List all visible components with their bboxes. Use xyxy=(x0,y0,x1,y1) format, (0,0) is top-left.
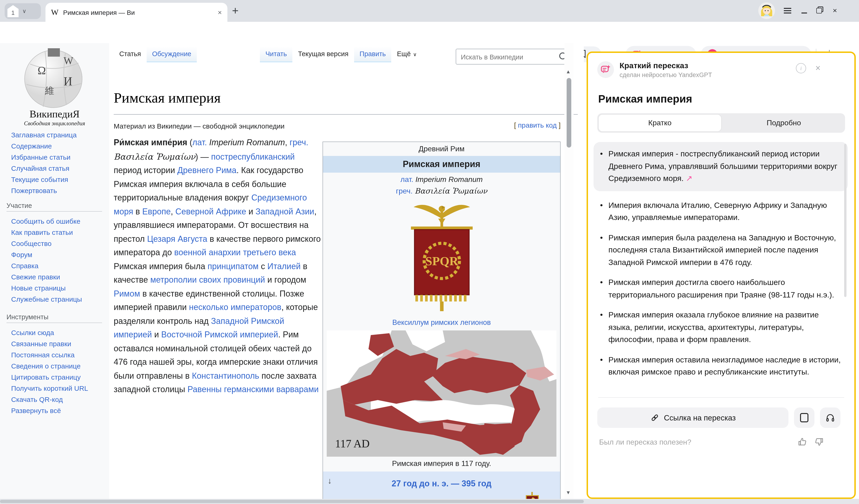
article-link[interactable]: Восточной Римской империей xyxy=(161,330,278,339)
sidebar-nav-tools: Ссылки сюдаСвязанные правкиПостоянная сс… xyxy=(11,327,104,416)
wikipedia-globe-logo[interactable]: Ω W И 維 xyxy=(21,45,86,110)
sidebar-link[interactable]: Заглавная страница xyxy=(11,129,104,141)
sidebar-link[interactable]: Получить короткий URL xyxy=(11,383,102,394)
thumb-up-icon[interactable] xyxy=(798,437,807,446)
sidebar-link[interactable]: Связанные правки xyxy=(11,338,102,349)
sidebar-link[interactable]: Справка xyxy=(11,260,104,272)
sidebar-link[interactable]: Сообщество xyxy=(11,238,104,249)
sidebar-link[interactable]: Текущие события xyxy=(11,174,104,185)
sidebar-link[interactable]: Как править статьи xyxy=(11,227,104,238)
article-link[interactable]: Римом xyxy=(114,289,140,298)
greek-label-link[interactable]: греч. xyxy=(396,187,412,195)
new-tab-button[interactable]: + xyxy=(232,4,239,18)
horizontal-scrollbar-thumb[interactable] xyxy=(0,500,584,503)
wikipedia-favicon: W xyxy=(51,7,59,17)
thumb-down-icon[interactable] xyxy=(814,437,824,446)
sidebar-link[interactable]: Содержание xyxy=(11,141,104,152)
article-link[interactable]: постреспубликанский xyxy=(211,152,295,161)
menu-button[interactable] xyxy=(782,6,793,15)
summary-bullet-highlighted[interactable]: • Римская империя - постреспубликанский … xyxy=(593,142,848,191)
sidebar-link[interactable]: Цитировать страницу xyxy=(11,372,102,383)
article-link[interactable]: Равенны германскими варварами xyxy=(187,385,319,394)
svg-text:Ω: Ω xyxy=(37,64,46,77)
article-link[interactable]: несколько императоров xyxy=(189,303,282,312)
sidebar-link[interactable]: Избранные статьи xyxy=(11,152,104,163)
tab-group-home-icon: 1 xyxy=(7,5,18,17)
map-caption: Римская империя в 117 году. xyxy=(323,457,560,472)
wiki-search-box[interactable] xyxy=(456,49,571,64)
sidebar-link[interactable]: Ссылки сюда xyxy=(11,327,102,338)
source-link-arrow-icon[interactable]: ↗ xyxy=(686,174,693,183)
sidebar-link[interactable]: Развернуть всё xyxy=(11,405,102,416)
tab-close-icon[interactable]: × xyxy=(218,9,222,16)
scrollbar-thumb[interactable] xyxy=(567,78,571,148)
vexillum-image[interactable]: SPQR xyxy=(323,198,560,318)
roman-empire-map[interactable]: 117 AD xyxy=(327,331,556,457)
tab-title: Римская империя — Ви xyxy=(63,9,202,16)
sidebar-link[interactable]: Сведения о странице xyxy=(11,361,102,372)
info-icon[interactable]: i xyxy=(796,63,806,73)
tab-brief[interactable]: Кратко xyxy=(599,114,721,131)
article-link[interactable]: Константинополь xyxy=(192,371,259,380)
summary-sparkle-bubble-icon xyxy=(601,64,611,75)
article-link[interactable]: третьего века xyxy=(243,248,296,257)
summary-link-label: Ссылка на пересказ xyxy=(664,413,736,422)
lead-text-segment: ( xyxy=(187,138,192,147)
empire-dates-link[interactable]: 27 год до н. э. — 395 год xyxy=(323,479,560,489)
tab-group-button[interactable]: 1 ∨ xyxy=(5,3,41,19)
summary-link-button[interactable]: Ссылка на пересказ xyxy=(597,408,788,428)
sidebar-nav-participation: Сообщить об ошибкеКак править статьиСооб… xyxy=(11,216,104,305)
article-link[interactable]: принципатом xyxy=(208,261,258,271)
sidebar-link[interactable]: Форум xyxy=(11,249,104,260)
browser-tab[interactable]: W Римская империя — Ви × xyxy=(45,3,227,22)
sidebar-link[interactable]: Скачать QR-код xyxy=(11,394,102,405)
sidebar-link[interactable]: Постоянная ссылка xyxy=(11,349,102,361)
minimize-button[interactable] xyxy=(799,6,809,15)
article-link[interactable]: Древнего Рима xyxy=(177,166,237,175)
article-link[interactable]: греч. xyxy=(290,138,308,147)
article-link[interactable]: Западной Азии xyxy=(255,207,314,216)
restore-button[interactable] xyxy=(814,6,824,15)
labarum-chi-rho-flag[interactable] xyxy=(525,492,540,499)
tab-detailed[interactable]: Подробно xyxy=(723,113,845,133)
chevron-down-icon[interactable]: ∨ xyxy=(22,8,27,14)
article-link[interactable]: военной анархии xyxy=(174,248,241,257)
tab-talk[interactable]: Обсуждение xyxy=(147,46,197,62)
scroll-down-icon[interactable]: ▼ xyxy=(566,490,571,495)
article-link[interactable]: Европе xyxy=(142,207,171,216)
scroll-up-icon[interactable]: ▲ xyxy=(566,69,571,74)
article-link[interactable]: Цезаря Августа xyxy=(147,234,208,243)
sidebar-link[interactable]: Новые страницы xyxy=(11,282,104,294)
sidebar-link[interactable]: Пожертвовать xyxy=(11,185,104,196)
tab-article[interactable]: Статья xyxy=(114,46,147,62)
latin-label-link[interactable]: лат. xyxy=(401,175,413,183)
sidebar-link[interactable]: Случайная статья xyxy=(11,163,104,174)
article-link[interactable]: Северной Африке xyxy=(176,207,246,216)
sidebar-link[interactable]: Сообщить об ошибке xyxy=(11,216,104,227)
panel-close-icon[interactable]: × xyxy=(815,63,820,73)
article-link[interactable]: лат. xyxy=(192,138,207,147)
chevron-down-icon: ∨ xyxy=(413,51,417,57)
tab-more[interactable]: Ещё∨ xyxy=(391,46,422,62)
vexillum-caption-link[interactable]: Вексиллум римских легионов xyxy=(392,318,491,326)
sidebar-link[interactable]: Служебные страницы xyxy=(11,294,104,305)
summary-bullet: •Римская империя оставила неизгладимое н… xyxy=(593,354,848,379)
copy-summary-button[interactable] xyxy=(794,408,814,428)
article-link[interactable]: метрополии своих провинций xyxy=(150,275,265,285)
tab-edit[interactable]: Править xyxy=(354,46,391,62)
tab-current-version[interactable]: Текущая версия xyxy=(292,46,354,62)
lead-text-segment: Римская империя была xyxy=(114,261,208,271)
sidebar-link[interactable]: Свежие правки xyxy=(11,272,104,282)
window-close-button[interactable]: × xyxy=(830,6,840,15)
listen-summary-button[interactable] xyxy=(820,408,841,428)
lead-text-segment: Imperium Romanum xyxy=(209,138,285,147)
horizontal-scrollbar[interactable] xyxy=(0,499,859,504)
wikipedia-wordmark[interactable]: ВикипедиЯ xyxy=(0,108,109,120)
profile-avatar[interactable] xyxy=(758,2,775,19)
panel-scrollbar-thumb[interactable] xyxy=(844,144,846,297)
edit-code-link[interactable]: [ править код ] xyxy=(114,121,561,129)
svg-text:И: И xyxy=(64,75,72,88)
tab-read[interactable]: Читать xyxy=(260,46,292,62)
article-link[interactable]: Италией xyxy=(267,261,301,271)
wiki-search-input[interactable] xyxy=(460,50,557,64)
